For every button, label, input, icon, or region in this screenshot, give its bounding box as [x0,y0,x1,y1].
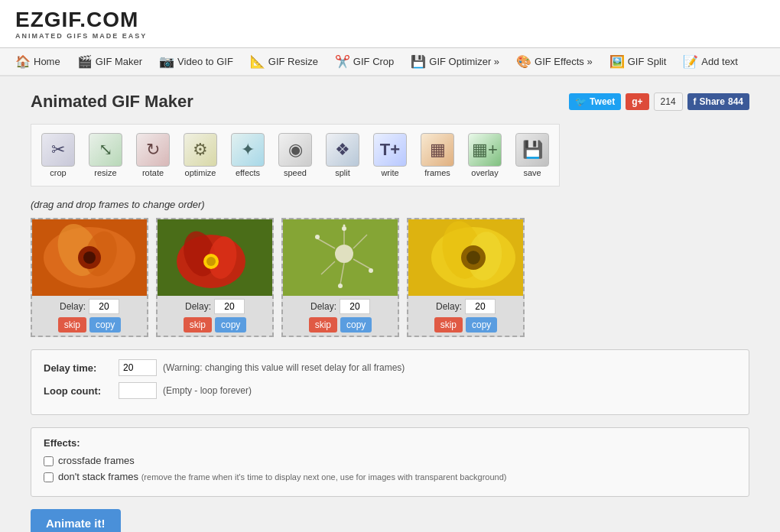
skip-button-1[interactable]: skip [58,317,86,332]
nav-gif-split-icon: 🖼️ [609,54,625,69]
delay-input[interactable] [119,359,157,376]
frame-delay-input-4[interactable] [465,299,496,314]
tool-rotate[interactable]: ↻ rotate [131,129,175,181]
settings-panel: Delay time: (Warning: changing this valu… [31,349,749,415]
logo-text[interactable]: EZGIF.COM [15,8,147,32]
effect-crossfade-checkbox[interactable] [44,456,54,466]
gplus-icon: g+ [632,96,642,107]
animate-button[interactable]: Animate it! [31,509,121,532]
delay-label-3: Delay: [310,301,336,312]
nav-gif-effects-icon: 🎨 [516,54,531,69]
frame-delay-row-4: Delay: [413,299,518,314]
frame-delay-input-3[interactable] [340,299,370,314]
svg-point-12 [206,257,216,266]
tool-resize[interactable]: ⤡ resize [83,129,128,181]
frame-item: Delay: skip copy [31,218,148,337]
fb-share-button[interactable]: f Share 844 [687,93,749,110]
tool-frames[interactable]: ▦ frames [415,129,460,181]
frame-image-2 [158,219,272,296]
effect-no-stack-row: don't stack frames (remove the frame whe… [44,471,736,482]
tool-write-icon: T+ [373,133,407,167]
copy-button-3[interactable]: copy [340,317,372,332]
nav-gif-resize[interactable]: 📐GIF Resize [242,48,326,75]
copy-button-1[interactable]: copy [89,317,121,332]
delay-label-4: Delay: [436,301,462,312]
loop-label: Loop count: [44,385,112,397]
frame-buttons-4: skip copy [413,317,518,332]
frame-delay-input-2[interactable] [214,299,245,314]
tools-row: ✂ crop ⤡ resize ↻ rotate ⚙ optimize ✦ ef… [31,124,560,187]
delay-label: Delay time: [44,362,112,374]
delay-row: Delay time: (Warning: changing this valu… [44,359,736,376]
fb-count: 844 [728,96,743,107]
frame-image-3 [283,219,398,296]
nav-home-label: Home [34,56,60,67]
frame-delay-row-3: Delay: [288,299,393,314]
effect-crossfade-label: crossfade frames [58,455,135,466]
frame-item: Delay: skip copy [156,218,274,337]
header: EZGIF.COM ANIMATED GIFS MADE EASY [0,0,780,48]
skip-button-4[interactable]: skip [434,317,463,332]
nav-home[interactable]: 🏠Home [8,48,68,75]
nav-gif-resize-icon: 📐 [250,54,265,69]
tool-save-label: save [523,168,541,177]
svg-point-24 [338,284,343,288]
tool-rotate-icon: ↻ [136,133,170,167]
effect-no-stack-checkbox[interactable] [44,472,54,482]
gplus-count: 214 [654,92,683,111]
tool-rotate-label: rotate [142,168,164,177]
tweet-button[interactable]: 🐦 Tweet [569,93,621,110]
tool-write[interactable]: T+ write [368,129,412,181]
tool-optimize-icon: ⚙ [184,133,217,167]
effects-panel: Effects: crossfade frames don't stack fr… [31,427,749,497]
nav-add-text[interactable]: 📝Add text [675,48,746,75]
logo-sub: ANIMATED GIFS MADE EASY [15,32,147,40]
skip-button-2[interactable]: skip [184,317,212,332]
page-title: Animated GIF Maker [31,92,193,112]
nav-gif-split[interactable]: 🖼️GIF Split [602,48,674,75]
tweet-label: Tweet [590,96,615,107]
fb-share-label: Share [700,96,725,107]
frame-delay-row-1: Delay: [37,299,142,314]
nav-gif-crop[interactable]: ✂️GIF Crop [327,48,401,75]
nav-add-text-label: Add text [701,56,738,67]
tool-frames-icon: ▦ [421,133,454,167]
nav-gif-optimizer-label: GIF Optimizer » [429,56,499,67]
copy-button-2[interactable]: copy [215,317,246,332]
tool-overlay[interactable]: ▦+ overlay [463,129,507,181]
tool-speed-icon: ◉ [278,133,312,167]
nav: 🏠Home🎬GIF Maker📷Video to GIF📐GIF Resize✂… [0,48,780,76]
nav-video-to-gif-icon: 📷 [159,54,174,69]
nav-gif-crop-label: GIF Crop [353,56,394,67]
loop-input[interactable] [119,382,157,399]
nav-gif-effects[interactable]: 🎨GIF Effects » [509,48,600,75]
tool-effects-label: effects [236,168,260,177]
tool-overlay-label: overlay [471,168,498,177]
nav-gif-optimizer-icon: 💾 [411,54,426,69]
main-content: Animated GIF Maker 🐦 Tweet g+ 214 f Shar… [15,92,765,532]
tool-split[interactable]: ❖ split [320,129,365,181]
nav-gif-optimizer[interactable]: 💾GIF Optimizer » [403,48,507,75]
nav-video-to-gif-label: Video to GIF [177,56,233,67]
tool-crop[interactable]: ✂ crop [36,129,80,181]
tool-optimize[interactable]: ⚙ optimize [178,129,223,181]
tool-write-label: write [381,168,398,177]
nav-gif-maker-label: GIF Maker [96,56,142,67]
tool-split-label: split [335,168,350,177]
frame-item: Delay: skip copy [407,218,525,337]
tool-speed[interactable]: ◉ speed [273,129,317,181]
tool-effects[interactable]: ✦ effects [226,129,270,181]
frame-delay-row-2: Delay: [162,299,268,314]
copy-button-4[interactable]: copy [466,317,497,332]
gplus-button[interactable]: g+ [626,93,648,110]
tool-overlay-icon: ▦+ [468,133,502,167]
skip-button-3[interactable]: skip [309,317,337,332]
nav-gif-resize-label: GIF Resize [268,56,318,67]
frame-delay-input-1[interactable] [89,299,119,314]
tool-save[interactable]: 💾 save [510,129,554,181]
logo-area: EZGIF.COM ANIMATED GIFS MADE EASY [15,8,147,40]
nav-gif-maker[interactable]: 🎬GIF Maker [70,48,150,75]
svg-point-5 [83,251,96,264]
nav-video-to-gif[interactable]: 📷Video to GIF [151,48,241,75]
tool-crop-icon: ✂ [41,133,75,167]
